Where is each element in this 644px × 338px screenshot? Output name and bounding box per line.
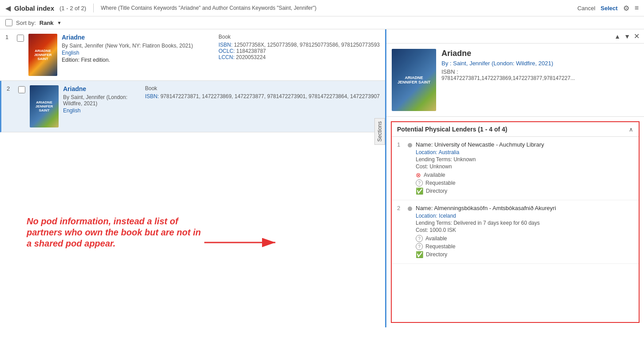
result-info-2: Ariadne By Saint, Jennifer (London: Wild… <box>63 85 140 115</box>
lender-requestable: ? Requestable <box>416 179 633 187</box>
right-panel-nav-header: ▲ ▼ ✕ <box>386 29 644 44</box>
result-checkbox-2[interactable] <box>18 86 25 93</box>
result-checkbox-1[interactable] <box>17 35 24 42</box>
result-lccn-1: LCCN: 2020053224 <box>219 54 380 60</box>
result-item[interactable]: 1 ARIADNEJENNIFER SAINT Ariadne By Saint… <box>0 29 385 81</box>
back-button[interactable]: ◀ <box>5 4 11 12</box>
lender-name: Name: University of Newcastle - Auchmuty… <box>416 141 633 148</box>
result-count: (1 - 2 of 2) <box>60 5 86 12</box>
header: ◀ Global index (1 - 2 of 2) Where (Title… <box>0 0 644 16</box>
lenders-section: Potential Physical Lenders (1 - 4 of 4) … <box>391 121 640 323</box>
detail-isbn-label: ISBN : <box>441 68 639 75</box>
result-language-2: English <box>63 107 140 114</box>
result-oclc-1: OCLC: 1184238787 <box>219 48 380 54</box>
lender-name: Name: Almenningsbókasöfn - Amtsbókasafni… <box>416 205 633 211</box>
lender-status-dot <box>408 143 412 147</box>
directory-check-icon: ✅ <box>416 251 423 258</box>
select-all-checkbox[interactable] <box>5 19 12 26</box>
main-content: 1 ARIADNEJENNIFER SAINT Ariadne By Saint… <box>0 29 644 327</box>
page-title: Global index <box>14 4 54 12</box>
result-type-2: Book <box>145 85 380 91</box>
lender-available: ? Available <box>416 235 633 242</box>
lender-status-dot <box>408 207 412 211</box>
sections-tab[interactable]: Sections <box>374 118 385 145</box>
directory-check-icon: ✅ <box>416 187 423 195</box>
lender-number: 1 <box>397 141 404 195</box>
result-isbn-1: ISBN: 125077358X, 1250773598, 9781250773… <box>219 42 380 48</box>
lender-directory: ✅ Directory <box>416 251 633 258</box>
result-author-2: By Saint, Jennifer (London: Wildfire, 20… <box>63 94 140 107</box>
result-meta-1: Book ISBN: 125077358X, 1250773598, 97812… <box>219 34 380 60</box>
menu-icon[interactable]: ≡ <box>635 4 639 12</box>
result-title-1[interactable]: Ariadne <box>62 34 214 41</box>
detail-title: Ariadne <box>441 49 639 58</box>
sort-caret-icon: ▼ <box>57 20 62 25</box>
select-button[interactable]: Select <box>600 5 617 12</box>
result-title-2[interactable]: Ariadne <box>63 85 140 92</box>
lender-directory: ✅ Directory <box>416 187 633 195</box>
requestable-q-icon: ? <box>416 179 423 187</box>
annotation-arrow <box>204 229 284 256</box>
result-info-1: Ariadne By Saint, Jennifer (New York, NY… <box>62 34 214 63</box>
edition-label: Edition: <box>62 57 80 63</box>
lender-cost: Cost: 1000.0 ISK <box>416 227 633 233</box>
result-number: 2 <box>7 85 14 92</box>
detail-info: Ariadne By : Saint, Jennifer (London: Wi… <box>441 49 639 111</box>
nav-down-icon[interactable]: ▼ <box>624 33 630 40</box>
close-button[interactable]: ✕ <box>634 32 640 40</box>
detail-isbn: 9781472273871,1472273869,1472273877,9781… <box>441 75 639 81</box>
lender-available: ⊗ Available <box>416 171 633 179</box>
toolbar: Sort by: Rank ▼ <box>0 16 644 29</box>
book-cover-2: ARIADNEJENNIFER SAINT <box>30 85 59 127</box>
lender-cost: Cost: Unknown <box>416 163 633 170</box>
header-divider <box>93 4 94 12</box>
result-item[interactable]: 2 ARIADNEJENNIFER SAINT Ariadne By Saint… <box>0 81 385 132</box>
requestable-q-icon: ? <box>416 243 423 250</box>
lenders-title: Potential Physical Lenders (1 - 4 of 4) <box>397 126 507 133</box>
sort-by-label: Sort by: <box>16 20 36 26</box>
lender-terms: Lending Terms: Unknown <box>416 156 633 163</box>
sort-rank[interactable]: Rank <box>40 20 54 26</box>
result-number: 1 <box>5 34 12 40</box>
lenders-collapse-button[interactable]: ∧ <box>629 126 633 133</box>
filter-description: Where (Title Contains Keywords "Ariadne"… <box>101 5 574 11</box>
available-x-icon: ⊗ <box>416 171 421 179</box>
lender-content: Name: University of Newcastle - Auchmuty… <box>416 141 633 195</box>
annotation-text: No pod information, instead a list of pa… <box>27 216 204 249</box>
detail-cover: ARIADNEJENNIFER SAINT <box>392 49 436 111</box>
result-type-1: Book <box>219 34 380 40</box>
book-detail: ARIADNEJENNIFER SAINT Ariadne By : Saint… <box>386 44 644 117</box>
lender-location: Location: Iceland <box>416 213 633 219</box>
result-isbn-2: ISBN: 9781472273871, 1472273869, 1472273… <box>145 93 380 99</box>
result-edition-1: Edition: First edition. <box>62 57 214 63</box>
detail-by: By : Saint, Jennifer (London: Wildfire, … <box>441 60 639 67</box>
result-author-1: By Saint, Jennifer (New York, NY: Flatir… <box>62 43 214 49</box>
lender-requestable: ? Requestable <box>416 243 633 250</box>
gear-icon[interactable]: ⚙ <box>623 4 629 12</box>
right-panel: ▲ ▼ ✕ ARIADNEJENNIFER SAINT Ariadne By :… <box>386 29 644 327</box>
header-actions: Cancel Select ⚙ ≡ <box>577 4 639 12</box>
available-q-icon: ? <box>416 235 423 242</box>
lender-location: Location: Australia <box>416 149 633 155</box>
lender-terms: Lending Terms: Delivered in 7 days keep … <box>416 220 633 226</box>
nav-up-icon[interactable]: ▲ <box>614 33 620 40</box>
lender-number: 2 <box>397 205 404 259</box>
lender-item: 2 Name: Almenningsbókasöfn - Amtsbókasaf… <box>392 200 639 264</box>
lender-item: 1 Name: University of Newcastle - Auchmu… <box>392 137 639 200</box>
results-list: 1 ARIADNEJENNIFER SAINT Ariadne By Saint… <box>0 29 386 327</box>
book-cover-1: ARIADNEJENNIFER SAINT <box>28 34 57 76</box>
lenders-header: Potential Physical Lenders (1 - 4 of 4) … <box>392 122 639 137</box>
result-meta-2: Book ISBN: 9781472273871, 1472273869, 14… <box>145 85 380 99</box>
lender-content: Name: Almenningsbókasöfn - Amtsbókasafni… <box>416 205 633 259</box>
cancel-button[interactable]: Cancel <box>577 5 595 12</box>
edition-value: First edition. <box>81 57 110 63</box>
result-language-1: English <box>62 50 214 56</box>
